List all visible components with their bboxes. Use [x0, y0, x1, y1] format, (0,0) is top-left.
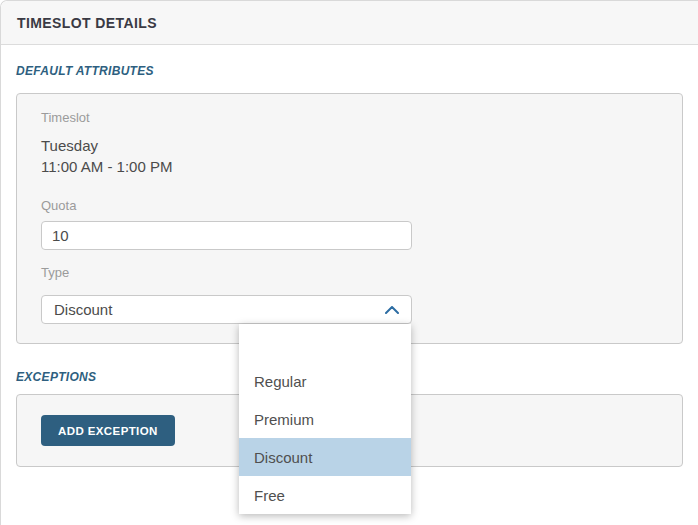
quota-input[interactable]: [41, 221, 412, 250]
default-attributes-panel: Timeslot Tuesday 11:00 AM - 1:00 PM Quot…: [16, 93, 683, 344]
dropdown-option-free[interactable]: Free: [239, 476, 411, 514]
dropdown-option-discount[interactable]: Discount: [239, 438, 411, 476]
chevron-up-icon: [385, 306, 399, 314]
quota-label: Quota: [41, 198, 658, 214]
dropdown-option-regular[interactable]: Regular: [239, 362, 411, 400]
timeslot-day: Tuesday: [41, 135, 658, 156]
timeslot-time-range: 11:00 AM - 1:00 PM: [41, 156, 658, 177]
section-label-default-attributes: DEFAULT ATTRIBUTES: [16, 63, 682, 79]
panel-header: TIMESLOT DETAILS: [1, 1, 698, 45]
page-title: TIMESLOT DETAILS: [17, 15, 157, 31]
dropdown-option-premium[interactable]: Premium: [239, 400, 411, 438]
type-label: Type: [41, 265, 658, 281]
add-exception-button[interactable]: ADD EXCEPTION: [41, 415, 175, 446]
timeslot-details-panel: TIMESLOT DETAILS DEFAULT ATTRIBUTES Time…: [0, 0, 698, 525]
type-dropdown-menu: Regular Premium Discount Free: [239, 324, 411, 514]
timeslot-label: Timeslot: [41, 110, 658, 126]
dropdown-option-empty[interactable]: [239, 324, 411, 362]
type-select-value: Discount: [54, 301, 112, 318]
type-select[interactable]: Discount: [41, 295, 412, 324]
